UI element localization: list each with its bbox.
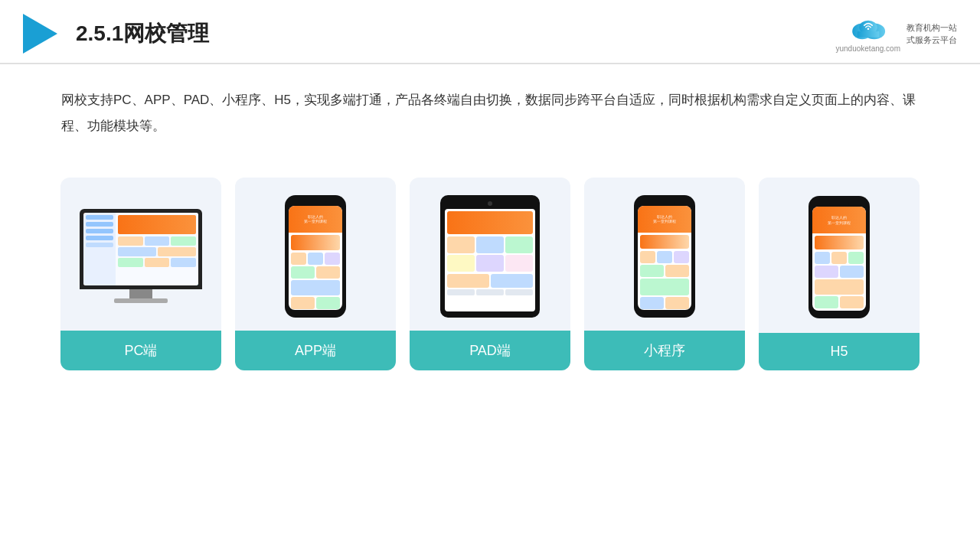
header: 2.5.1网校管理 yunduoketang.c [0,0,980,64]
header-right: yunduoketang.com 教育机构一站式服务云平台 [835,15,957,53]
card-pc-image [60,178,221,331]
monitor-screen [83,213,198,285]
card-app: 职达人的第一堂判课程 [235,178,396,370]
h5-phone-mockup: 职达人的第一堂判课程 [808,196,870,318]
card-pad-label: PAD端 [410,331,570,370]
card-h5-label: H5 [759,333,920,370]
card-h5: 职达人的第一堂判课程 [759,178,920,370]
app-phone-mockup: 职达人的第一堂判课程 [285,195,346,318]
card-app-image: 职达人的第一堂判课程 [235,178,396,331]
cards-container: PC端 职达人的第一堂判课程 [0,155,980,393]
card-miniprogram: 职达人的第一堂判课程 [584,178,745,370]
brand-name: yunduoketang.com [835,44,900,53]
description-text: 网校支持PC、APP、PAD、小程序、H5，实现多端打通，产品各终端自由切换，数… [0,64,980,147]
page-title: 2.5.1网校管理 [76,19,209,48]
monitor [80,209,202,289]
pad-mockup [440,195,540,318]
card-pc: PC端 [60,178,221,370]
brand-logo: yunduoketang.com [835,15,900,53]
header-left: 2.5.1网校管理 [23,14,209,54]
miniapp-phone-mockup: 职达人的第一堂判课程 [634,195,695,318]
card-pc-label: PC端 [60,331,221,370]
svg-rect-3 [857,31,879,37]
card-miniprogram-label: 小程序 [584,331,745,370]
card-pad: PAD端 [410,178,570,370]
pc-mockup [80,209,202,303]
card-pad-image [410,178,570,331]
cloud-logo-icon [848,15,888,43]
svg-point-4 [867,28,869,30]
brand-slogan: 教育机构一站式服务云平台 [906,21,957,47]
card-miniprogram-image: 职达人的第一堂判课程 [584,178,745,331]
card-app-label: APP端 [235,331,396,370]
logo-triangle-icon [23,14,57,54]
card-h5-image: 职达人的第一堂判课程 [759,178,920,333]
